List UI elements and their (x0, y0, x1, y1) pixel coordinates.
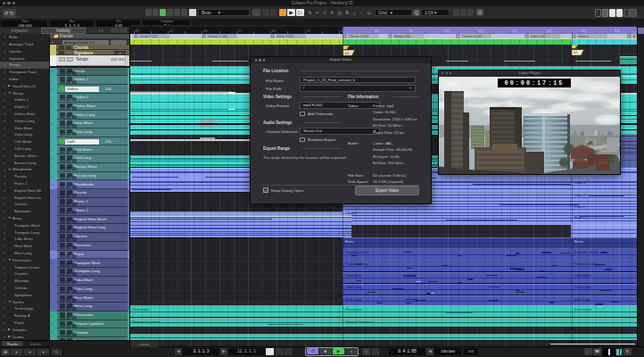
svg-text:49: 49 (203, 29, 207, 33)
svg-text:73: 73 (307, 29, 310, 33)
svg-text:97: 97 (409, 29, 413, 33)
svg-text:Brass: Brass (345, 240, 354, 244)
svg-text:Chorus 2 (16): Chorus 2 (16) (349, 35, 368, 38)
svg-text:Timpani Dynamics: Timpani Dynamics (132, 320, 160, 324)
svg-text:Percussion: Percussion (132, 308, 149, 311)
svg-text:129: 129 (546, 29, 551, 33)
svg-text:Timpani Dynamics: Timpani Dynamics (345, 320, 373, 324)
svg-text:Trumpets Short: Trumpets Short (345, 251, 369, 254)
svg-text:145: 145 (615, 29, 620, 33)
svg-text:65: 65 (272, 29, 276, 33)
svg-text:33: 33 (136, 29, 139, 33)
svg-text:4/4: 4/4 (345, 52, 350, 55)
svg-text:Verse 1 (32): Verse 1 (32) (140, 35, 158, 38)
svg-text:Tuba Short: Tuba Short (574, 274, 592, 278)
svg-text:Verse 2 (32): Verse 2 (32) (277, 35, 294, 38)
svg-text:113: 113 (478, 29, 483, 33)
svg-text:Chorus 3 (16): Chorus 3 (16) (462, 35, 482, 38)
svg-text:64: 64 (574, 51, 577, 54)
svg-text:Chorus 1 (16): Chorus 1 (16) (208, 35, 227, 38)
svg-text:41: 41 (169, 29, 173, 33)
svg-text:Tuba Long: Tuba Long (574, 286, 590, 289)
svg-text:121: 121 (512, 29, 517, 33)
svg-text:Trumpets Long: Trumpets Long (574, 262, 597, 266)
svg-text:89: 89 (375, 29, 378, 33)
svg-text:57: 57 (238, 29, 242, 33)
svg-text:Outro (16): Outro (16) (531, 35, 545, 38)
svg-text:105: 105 (443, 29, 449, 33)
svg-text:Bridge (16): Bridge (16) (394, 35, 410, 38)
svg-text:Outro 2: Outro 2 (578, 35, 589, 38)
svg-text:Clarinet: Clarinet (345, 212, 358, 215)
svg-text:Trumpets Short: Trumpets Short (574, 251, 599, 254)
svg-text:137: 137 (581, 29, 586, 33)
svg-text:Percussion: Percussion (574, 308, 591, 311)
